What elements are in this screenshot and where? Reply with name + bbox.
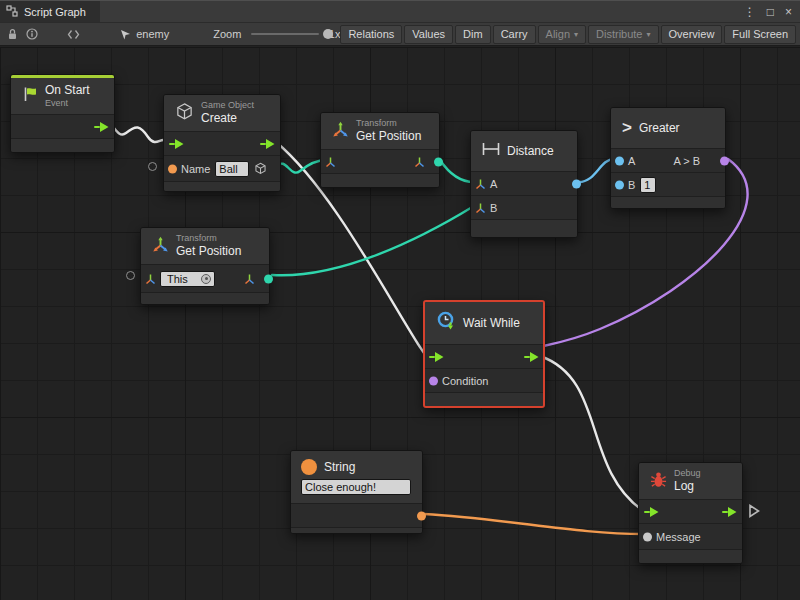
node-title: Get Position <box>176 244 241 258</box>
b-value-input[interactable] <box>640 177 656 193</box>
name-value-input[interactable] <box>215 161 249 177</box>
vector-b-in-port[interactable] <box>475 202 486 213</box>
name-port-row: Name <box>164 155 280 181</box>
wire-object-create-to-getposition[interactable] <box>276 160 326 173</box>
cube-icon <box>175 102 194 125</box>
node-on-start-event[interactable]: On Start Event <box>10 74 115 153</box>
node-footer <box>639 549 742 563</box>
flow-out-port[interactable] <box>524 351 539 362</box>
node-header: Game Object Create <box>164 95 280 131</box>
window-menu-icon[interactable]: ⋮ <box>744 5 756 19</box>
flow-out-port[interactable] <box>722 506 737 517</box>
values-button[interactable]: Values <box>404 25 453 44</box>
flow-out-port[interactable] <box>260 138 275 149</box>
message-in-port[interactable] <box>643 532 652 541</box>
unconnected-port-circle[interactable] <box>148 162 157 171</box>
carry-button[interactable]: Carry <box>493 25 536 44</box>
node-wait-while[interactable]: Wait While Condition <box>423 300 545 408</box>
float-a-in-port[interactable] <box>615 156 624 165</box>
node-title: Get Position <box>356 129 421 143</box>
node-category: Game Object <box>201 100 254 111</box>
zoom-slider[interactable] <box>251 33 318 35</box>
wire-string-to-log-message[interactable] <box>424 514 644 534</box>
node-header: Distance <box>471 131 577 171</box>
transform-in-port[interactable] <box>325 156 336 167</box>
output-row <box>291 503 422 527</box>
node-title: Distance <box>507 144 554 158</box>
flow-in-port[interactable] <box>644 506 659 517</box>
transform-in-port[interactable] <box>145 273 156 284</box>
string-out-port[interactable] <box>417 511 426 520</box>
flow-port-row <box>425 344 543 368</box>
vector-out-gizmo-icon <box>244 273 255 284</box>
wire-vector-getposition-to-distance-a[interactable] <box>440 160 474 182</box>
wire-flow-waitwhile-to-log[interactable] <box>540 356 642 510</box>
position-out-port[interactable] <box>264 274 273 283</box>
port-label: Condition <box>442 375 488 387</box>
bool-condition-in-port[interactable] <box>429 376 438 385</box>
info-icon[interactable] <box>25 25 39 43</box>
node-footer <box>11 138 114 152</box>
overview-button[interactable]: Overview <box>661 25 723 44</box>
port-row <box>11 114 114 138</box>
game-object-out-port[interactable] <box>254 162 267 175</box>
node-title: Log <box>674 479 701 493</box>
maximize-icon[interactable]: □ <box>767 5 774 19</box>
flow-in-port[interactable] <box>429 351 444 362</box>
flow-out-port[interactable] <box>94 121 109 132</box>
node-get-position-bottom[interactable]: Transform Get Position <box>140 227 270 305</box>
relations-button[interactable]: Relations <box>340 25 402 44</box>
node-greater[interactable]: > Greater A A > B B <box>610 107 726 209</box>
close-icon[interactable]: × <box>785 5 792 19</box>
greater-than-icon: > <box>622 118 632 138</box>
port-label: B <box>628 179 635 191</box>
position-out-port[interactable] <box>434 157 443 166</box>
target-value-input[interactable] <box>164 272 198 286</box>
wire-float-distance-to-greater-a[interactable] <box>579 159 614 182</box>
vector-a-in-port[interactable] <box>475 178 486 189</box>
port-label: Name <box>181 163 210 175</box>
node-footer <box>321 173 439 187</box>
node-title: String <box>324 460 355 474</box>
object-picker-icon[interactable] <box>201 274 211 284</box>
unconnected-port-circle[interactable] <box>126 271 135 280</box>
node-title: Create <box>201 111 254 125</box>
wire-vector-getposition-to-distance-b[interactable] <box>272 206 474 275</box>
align-button[interactable]: Align ▾ <box>538 25 586 44</box>
distribute-button[interactable]: Distribute ▾ <box>588 25 658 44</box>
node-game-object-create[interactable]: Game Object Create Name <box>163 94 281 192</box>
string-value-input[interactable] <box>301 479 411 495</box>
graph-window-icon <box>6 5 18 19</box>
graph-canvas[interactable]: On Start Event Game Object Create <box>0 47 800 600</box>
node-header: Debug Log <box>639 463 742 499</box>
node-distance[interactable]: Distance A B <box>470 130 578 238</box>
string-in-port[interactable] <box>168 164 177 173</box>
flow-port-row <box>164 131 280 155</box>
node-debug-log[interactable]: Debug Log Message <box>638 462 743 564</box>
float-out-port[interactable] <box>572 179 581 188</box>
lock-icon[interactable] <box>6 25 20 43</box>
code-icon[interactable] <box>67 25 81 43</box>
flow-in-port[interactable] <box>169 138 184 149</box>
target-graph-name[interactable]: enemy <box>136 28 169 40</box>
condition-row: Condition <box>425 368 543 392</box>
node-category: Debug <box>674 468 701 479</box>
node-get-position-top[interactable]: Transform Get Position <box>320 112 440 188</box>
fullscreen-button[interactable]: Full Screen <box>724 25 796 44</box>
distance-measure-icon <box>482 142 500 160</box>
port-label: A <box>490 178 497 190</box>
node-footer <box>141 292 269 304</box>
detached-flow-arrow-icon[interactable] <box>748 504 760 518</box>
node-string-literal[interactable]: String <box>290 450 423 534</box>
dim-button[interactable]: Dim <box>455 25 491 44</box>
port-label: Message <box>656 531 701 543</box>
align-label: Align <box>546 28 570 40</box>
tab-script-graph[interactable]: Script Graph <box>0 1 100 22</box>
port-row <box>321 149 439 173</box>
bug-icon <box>650 471 667 492</box>
float-b-in-port[interactable] <box>615 180 624 189</box>
node-header: On Start Event <box>11 78 114 114</box>
bool-out-port[interactable] <box>720 156 729 165</box>
node-title: On Start <box>45 83 90 97</box>
port-label: A <box>628 155 635 167</box>
